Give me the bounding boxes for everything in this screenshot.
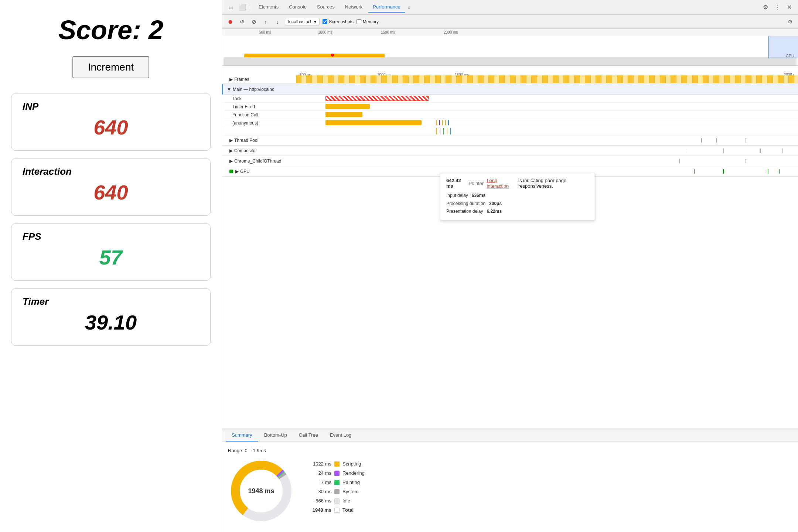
total-time: 1948 ms [306,507,331,513]
timer-card: Timer 39.10 [11,288,211,346]
function-call-row: Function Call [222,111,798,119]
frames-label: ▶ Frames [222,77,296,82]
frames-row: ▶ Frames [222,75,798,83]
legend-idle: 866 ms Idle [306,498,365,504]
record-icon[interactable]: ⏺ [226,17,235,26]
tick-500: 500 ms [259,30,271,34]
tab-performance[interactable]: Performance [368,2,405,13]
tab-elements[interactable]: Elements [254,2,283,13]
settings2-icon[interactable]: ⚙ [785,17,794,26]
upload-icon[interactable]: ↑ [261,17,270,26]
chrome-child-expand-icon[interactable]: ▶ [229,158,233,164]
comp-tick4 [782,149,783,153]
reload-icon[interactable]: ↺ [238,17,246,26]
chrome-child-row: ▶ Chrome_ChildIOThread [222,156,798,166]
painting-swatch [334,480,340,485]
tab-console[interactable]: Console [284,2,311,13]
thread-pool-expand-icon[interactable]: ▶ [229,138,233,143]
scripting-name: Scripting [342,461,361,467]
extra-content-1 [296,127,798,135]
frames-expand-icon[interactable]: ▶ [229,77,233,82]
tab-bottom-up[interactable]: Bottom-Up [258,429,293,441]
tick-2000: 2000 ms [444,30,458,34]
timer-fired-row: Timer Fired [222,103,798,111]
tooltip-header: 642.42 ms Pointer Long interaction is in… [446,178,589,189]
tab-network[interactable]: Network [341,2,367,13]
function-call-text: Function Call [232,112,258,117]
frames-text: Frames [234,77,249,82]
anonymous-bar [325,120,422,125]
tab-event-log[interactable]: Event Log [324,429,358,441]
tooltip-event: Pointer [468,181,484,186]
tp-tick1 [701,138,702,143]
anonymous-text: (anonymous) [232,120,258,126]
compositor-label: ▶ Compositor [222,148,296,153]
devtools-panel: ⚏ ⬜ Elements Console Sources Network Per… [222,0,798,532]
close-icon[interactable]: ✕ [784,2,794,13]
task-bar [325,96,429,101]
tab-summary[interactable]: Summary [226,429,258,441]
devtools-dock-icon[interactable]: ⬜ [238,2,248,13]
inp-label: INP [23,101,199,112]
settings-icon[interactable]: ⚙ [760,2,771,13]
tooltip-presentation: Presentation delay 6.22ms [446,208,589,216]
gpu-tick2 [723,169,724,174]
range-text: Range: 0 – 1.95 s [228,448,294,453]
score-title: Score: 2 [58,15,163,45]
timeline-overview[interactable]: 500 ms 1000 ms 1500 ms 2000 ms CPU NET [222,29,798,66]
tracks-container[interactable]: ▼ Main — http://localho Task Timer Fired [222,84,798,429]
memory-checkbox[interactable] [357,19,361,24]
fps-value: 57 [23,245,199,269]
tick1 [436,120,437,125]
screenshots-checkbox[interactable] [323,19,327,24]
screenshots-label: Screenshots [329,19,354,24]
anonymous-content [296,119,798,127]
rendering-time: 24 ms [306,470,331,476]
interaction-label: Interaction [23,166,199,177]
more-tabs-icon[interactable]: » [406,4,412,10]
gpu-expand-icon[interactable]: ▶ [235,169,239,174]
inp-value: 640 [23,115,199,139]
toolbar-row: ⏺ ↺ ⊘ ↑ ↓ localhost #1 ▾ Screenshots Mem… [222,15,798,29]
tick5 [448,120,449,125]
tooltip-processing: Processing duration 200μs [446,200,589,208]
chrome-child-content [296,156,798,166]
increment-button[interactable]: Increment [72,56,150,78]
screenshot-strip [222,57,798,65]
processing-label: Processing duration [446,201,485,206]
interaction-card: Interaction 640 [11,158,211,216]
clear-icon[interactable]: ⊘ [249,17,258,26]
tab-sources[interactable]: Sources [313,2,339,13]
cc-tick [679,159,680,163]
tooltip-time: 642.42 ms [446,178,466,189]
presentation-label: Presentation delay [446,209,483,214]
download-icon[interactable]: ↓ [273,17,282,26]
comp-tick2 [723,149,724,153]
scripting-swatch [334,461,340,467]
tooltip-body: Input delay 636ms Processing duration 20… [446,192,589,216]
painting-time: 7 ms [306,480,331,485]
total-swatch [334,508,340,513]
more-options-icon[interactable]: ⋮ [772,2,782,13]
url-selector[interactable]: localhost #1 ▾ [285,18,320,26]
fps-label: FPS [23,231,199,242]
main-text: Main — http://localho [233,87,274,92]
devtools-toggle-icon[interactable]: ⚏ [226,2,236,13]
idle-name: Idle [342,498,350,504]
input-delay-label: Input delay [446,193,468,198]
scripting-time: 1022 ms [306,461,331,467]
gpu-tick4 [779,169,780,174]
tick2 [439,120,440,125]
compositor-expand-icon[interactable]: ▶ [229,148,233,153]
memory-checkbox-label[interactable]: Memory [357,19,379,24]
tab-divider-1 [251,4,251,11]
screenshots-checkbox-label[interactable]: Screenshots [323,19,354,24]
rendering-swatch [334,471,340,476]
main-section-header: ▼ Main — http://localho [222,84,798,95]
main-expand-icon[interactable]: ▼ [227,87,231,92]
rendering-name: Rendering [342,470,365,476]
presentation-value: 6.22ms [487,209,502,214]
devtools-header: ⚏ ⬜ Elements Console Sources Network Per… [222,0,798,15]
tab-call-tree[interactable]: Call Tree [293,429,324,441]
legend-scripting: 1022 ms Scripting [306,461,365,467]
